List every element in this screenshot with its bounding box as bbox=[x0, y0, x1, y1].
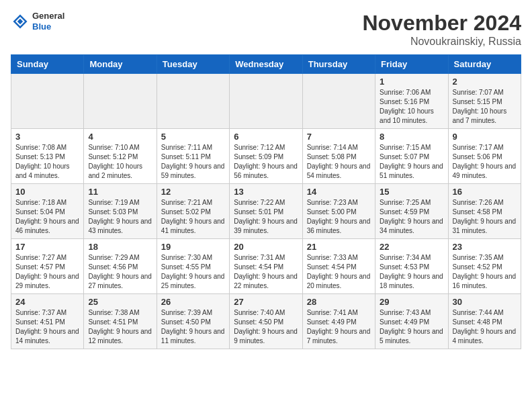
calendar-cell bbox=[230, 74, 302, 129]
calendar-cell: 24Sunrise: 7:37 AM Sunset: 4:51 PM Dayli… bbox=[11, 294, 84, 349]
day-number: 23 bbox=[453, 242, 517, 252]
day-number: 25 bbox=[88, 297, 152, 307]
day-info: Sunrise: 7:38 AM Sunset: 4:51 PM Dayligh… bbox=[88, 308, 152, 346]
day-number: 30 bbox=[453, 297, 517, 307]
calendar-cell: 8Sunrise: 7:15 AM Sunset: 5:07 PM Daylig… bbox=[375, 129, 448, 184]
day-info: Sunrise: 7:33 AM Sunset: 4:54 PM Dayligh… bbox=[307, 253, 371, 291]
calendar-cell: 27Sunrise: 7:40 AM Sunset: 4:50 PM Dayli… bbox=[230, 294, 302, 349]
days-header-row: SundayMondayTuesdayWednesdayThursdayFrid… bbox=[11, 55, 521, 74]
calendar-cell: 29Sunrise: 7:43 AM Sunset: 4:49 PM Dayli… bbox=[375, 294, 448, 349]
day-number: 17 bbox=[15, 242, 79, 252]
day-number: 1 bbox=[380, 77, 443, 87]
week-row-5: 24Sunrise: 7:37 AM Sunset: 4:51 PM Dayli… bbox=[11, 294, 521, 349]
day-number: 10 bbox=[15, 187, 79, 197]
day-number: 14 bbox=[307, 187, 371, 197]
day-number: 6 bbox=[234, 132, 298, 142]
day-info: Sunrise: 7:22 AM Sunset: 5:01 PM Dayligh… bbox=[234, 198, 298, 236]
week-row-1: 1Sunrise: 7:06 AM Sunset: 5:16 PM Daylig… bbox=[11, 74, 521, 129]
day-number: 27 bbox=[234, 297, 298, 307]
day-info: Sunrise: 7:29 AM Sunset: 4:56 PM Dayligh… bbox=[88, 253, 152, 291]
day-number: 2 bbox=[453, 77, 517, 87]
day-info: Sunrise: 7:41 AM Sunset: 4:49 PM Dayligh… bbox=[307, 308, 371, 346]
calendar-cell: 7Sunrise: 7:14 AM Sunset: 5:08 PM Daylig… bbox=[302, 129, 375, 184]
calendar-cell: 16Sunrise: 7:26 AM Sunset: 4:58 PM Dayli… bbox=[448, 184, 521, 239]
day-info: Sunrise: 7:18 AM Sunset: 5:04 PM Dayligh… bbox=[15, 198, 79, 236]
day-info: Sunrise: 7:19 AM Sunset: 5:03 PM Dayligh… bbox=[88, 198, 152, 236]
header-thursday: Thursday bbox=[302, 55, 375, 74]
calendar-cell: 30Sunrise: 7:44 AM Sunset: 4:48 PM Dayli… bbox=[448, 294, 521, 349]
calendar-cell: 28Sunrise: 7:41 AM Sunset: 4:49 PM Dayli… bbox=[302, 294, 375, 349]
calendar-cell: 4Sunrise: 7:10 AM Sunset: 5:12 PM Daylig… bbox=[84, 129, 157, 184]
day-number: 20 bbox=[234, 242, 298, 252]
day-number: 5 bbox=[161, 132, 225, 142]
logo-text: General Blue bbox=[32, 11, 64, 32]
day-number: 12 bbox=[161, 187, 225, 197]
week-row-4: 17Sunrise: 7:27 AM Sunset: 4:57 PM Dayli… bbox=[11, 239, 521, 294]
day-info: Sunrise: 7:23 AM Sunset: 5:00 PM Dayligh… bbox=[307, 198, 371, 236]
day-number: 8 bbox=[380, 132, 443, 142]
calendar-cell: 2Sunrise: 7:07 AM Sunset: 5:15 PM Daylig… bbox=[448, 74, 521, 129]
day-number: 21 bbox=[307, 242, 371, 252]
header-sunday: Sunday bbox=[11, 55, 84, 74]
day-number: 29 bbox=[380, 297, 443, 307]
day-info: Sunrise: 7:08 AM Sunset: 5:13 PM Dayligh… bbox=[15, 143, 79, 181]
day-info: Sunrise: 7:21 AM Sunset: 5:02 PM Dayligh… bbox=[161, 198, 225, 236]
day-number: 26 bbox=[161, 297, 225, 307]
calendar-subtitle: Novoukrainskiy, Russia bbox=[362, 36, 521, 48]
day-info: Sunrise: 7:06 AM Sunset: 5:16 PM Dayligh… bbox=[380, 88, 443, 126]
calendar-cell: 11Sunrise: 7:19 AM Sunset: 5:03 PM Dayli… bbox=[84, 184, 157, 239]
day-number: 7 bbox=[307, 132, 371, 142]
calendar-cell: 26Sunrise: 7:39 AM Sunset: 4:50 PM Dayli… bbox=[157, 294, 229, 349]
day-info: Sunrise: 7:30 AM Sunset: 4:55 PM Dayligh… bbox=[161, 253, 225, 291]
calendar-cell: 14Sunrise: 7:23 AM Sunset: 5:00 PM Dayli… bbox=[302, 184, 375, 239]
header-saturday: Saturday bbox=[448, 55, 521, 74]
day-info: Sunrise: 7:15 AM Sunset: 5:07 PM Dayligh… bbox=[380, 143, 443, 181]
title-block: November 2024 Novoukrainskiy, Russia bbox=[362, 11, 521, 48]
calendar-cell: 15Sunrise: 7:25 AM Sunset: 4:59 PM Dayli… bbox=[375, 184, 448, 239]
calendar-body: 1Sunrise: 7:06 AM Sunset: 5:16 PM Daylig… bbox=[11, 74, 521, 349]
day-number: 9 bbox=[453, 132, 517, 142]
calendar-cell: 17Sunrise: 7:27 AM Sunset: 4:57 PM Dayli… bbox=[11, 239, 84, 294]
logo: General Blue bbox=[11, 11, 64, 32]
header-tuesday: Tuesday bbox=[157, 55, 229, 74]
day-info: Sunrise: 7:12 AM Sunset: 5:09 PM Dayligh… bbox=[234, 143, 298, 181]
day-info: Sunrise: 7:43 AM Sunset: 4:49 PM Dayligh… bbox=[380, 308, 443, 346]
day-info: Sunrise: 7:31 AM Sunset: 4:54 PM Dayligh… bbox=[234, 253, 298, 291]
calendar-cell: 13Sunrise: 7:22 AM Sunset: 5:01 PM Dayli… bbox=[230, 184, 302, 239]
calendar-title: November 2024 bbox=[362, 11, 521, 36]
calendar-cell: 19Sunrise: 7:30 AM Sunset: 4:55 PM Dayli… bbox=[157, 239, 229, 294]
day-number: 3 bbox=[15, 132, 79, 142]
day-info: Sunrise: 7:10 AM Sunset: 5:12 PM Dayligh… bbox=[88, 143, 152, 181]
day-info: Sunrise: 7:34 AM Sunset: 4:53 PM Dayligh… bbox=[380, 253, 443, 291]
day-info: Sunrise: 7:17 AM Sunset: 5:06 PM Dayligh… bbox=[453, 143, 517, 181]
calendar-cell: 3Sunrise: 7:08 AM Sunset: 5:13 PM Daylig… bbox=[11, 129, 84, 184]
day-number: 16 bbox=[453, 187, 517, 197]
day-number: 4 bbox=[88, 132, 152, 142]
calendar-cell bbox=[11, 74, 84, 129]
calendar-cell: 9Sunrise: 7:17 AM Sunset: 5:06 PM Daylig… bbox=[448, 129, 521, 184]
day-number: 15 bbox=[380, 187, 443, 197]
calendar-cell bbox=[302, 74, 375, 129]
day-number: 19 bbox=[161, 242, 225, 252]
calendar-table: SundayMondayTuesdayWednesdayThursdayFrid… bbox=[11, 54, 521, 349]
day-info: Sunrise: 7:26 AM Sunset: 4:58 PM Dayligh… bbox=[453, 198, 517, 236]
day-info: Sunrise: 7:35 AM Sunset: 4:52 PM Dayligh… bbox=[453, 253, 517, 291]
day-number: 13 bbox=[234, 187, 298, 197]
calendar-cell: 6Sunrise: 7:12 AM Sunset: 5:09 PM Daylig… bbox=[230, 129, 302, 184]
calendar-cell bbox=[157, 74, 229, 129]
day-info: Sunrise: 7:40 AM Sunset: 4:50 PM Dayligh… bbox=[234, 308, 298, 346]
day-info: Sunrise: 7:44 AM Sunset: 4:48 PM Dayligh… bbox=[453, 308, 517, 346]
week-row-2: 3Sunrise: 7:08 AM Sunset: 5:13 PM Daylig… bbox=[11, 129, 521, 184]
header-wednesday: Wednesday bbox=[230, 55, 302, 74]
calendar-cell: 1Sunrise: 7:06 AM Sunset: 5:16 PM Daylig… bbox=[375, 74, 448, 129]
day-info: Sunrise: 7:39 AM Sunset: 4:50 PM Dayligh… bbox=[161, 308, 225, 346]
calendar-cell: 21Sunrise: 7:33 AM Sunset: 4:54 PM Dayli… bbox=[302, 239, 375, 294]
day-info: Sunrise: 7:27 AM Sunset: 4:57 PM Dayligh… bbox=[15, 253, 79, 291]
calendar-cell: 25Sunrise: 7:38 AM Sunset: 4:51 PM Dayli… bbox=[84, 294, 157, 349]
day-info: Sunrise: 7:37 AM Sunset: 4:51 PM Dayligh… bbox=[15, 308, 79, 346]
calendar-cell: 18Sunrise: 7:29 AM Sunset: 4:56 PM Dayli… bbox=[84, 239, 157, 294]
calendar-cell: 12Sunrise: 7:21 AM Sunset: 5:02 PM Dayli… bbox=[157, 184, 229, 239]
day-info: Sunrise: 7:11 AM Sunset: 5:11 PM Dayligh… bbox=[161, 143, 225, 181]
week-row-3: 10Sunrise: 7:18 AM Sunset: 5:04 PM Dayli… bbox=[11, 184, 521, 239]
header-monday: Monday bbox=[84, 55, 157, 74]
